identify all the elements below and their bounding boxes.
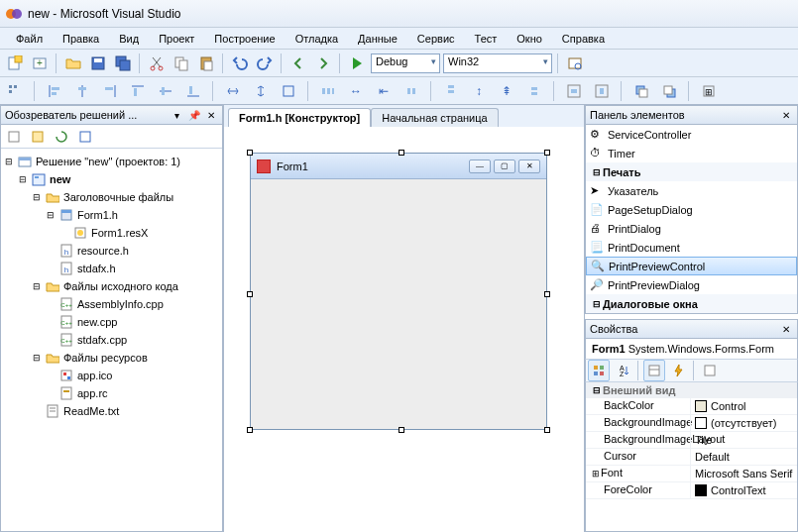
prop-category-appearance[interactable]: ⊟Внешний вид xyxy=(586,382,797,398)
toolbox-list[interactable]: ⚙ServiceController ⏱Timer ⊟Печать ➤Указа… xyxy=(585,125,798,314)
copy-button[interactable] xyxy=(171,53,192,74)
menu-data[interactable]: Данные xyxy=(350,30,405,48)
toolbox-item-printdialog[interactable]: 🖨PrintDialog xyxy=(586,219,797,238)
resource-h-node[interactable]: hresource.h xyxy=(3,242,220,260)
hspace-remove-button[interactable] xyxy=(400,80,422,102)
vspace-inc-button[interactable]: ↕ xyxy=(468,80,490,102)
vspace-dec-button[interactable]: ⇞ xyxy=(496,80,517,102)
align-center-button[interactable] xyxy=(71,80,93,102)
app-rc-node[interactable]: app.rc xyxy=(3,384,220,402)
menu-project[interactable]: Проект xyxy=(151,30,202,48)
form-resx-node[interactable]: Form1.resX xyxy=(3,224,220,242)
view-code-button[interactable] xyxy=(74,126,96,148)
project-node[interactable]: ⊟new xyxy=(3,170,220,188)
menu-build[interactable]: Построение xyxy=(206,30,283,48)
prop-row-bgimage[interactable]: BackgroundImage(отсутствует) xyxy=(586,415,797,432)
nav-fwd-button[interactable] xyxy=(312,53,334,74)
add-item-button[interactable]: + xyxy=(29,53,51,74)
menu-view[interactable]: Вид xyxy=(111,30,147,48)
find-button[interactable] xyxy=(564,53,586,74)
menu-tools[interactable]: Сервис xyxy=(409,30,463,48)
solution-node[interactable]: ⊟Решение "new" (проектов: 1) xyxy=(3,153,220,170)
solution-tree[interactable]: ⊟Решение "new" (проектов: 1) ⊟new ⊟Загол… xyxy=(1,149,222,424)
show-all-button[interactable] xyxy=(27,126,49,148)
menu-help[interactable]: Справка xyxy=(554,30,613,48)
vspace-equal-button[interactable] xyxy=(440,80,462,102)
prop-row-cursor[interactable]: CursorDefault xyxy=(586,449,797,466)
properties-object-selector[interactable]: Form1 System.Windows.Forms.Form xyxy=(585,339,798,359)
center-h-button[interactable] xyxy=(563,80,585,102)
properties-button[interactable] xyxy=(3,126,25,148)
menu-window[interactable]: Окно xyxy=(509,30,550,48)
bring-front-button[interactable] xyxy=(630,80,652,102)
toolbox-item-printdocument[interactable]: 📃PrintDocument xyxy=(586,238,797,257)
readme-node[interactable]: ReadMe.txt xyxy=(3,402,220,420)
toolbox-item-timer[interactable]: ⏱Timer xyxy=(586,144,797,162)
nav-back-button[interactable] xyxy=(287,53,309,74)
prop-row-font[interactable]: ⊞FontMicrosoft Sans Serif xyxy=(586,466,797,482)
close-icon[interactable]: ✕ xyxy=(203,108,218,123)
toolbox-item-printpreviewdialog[interactable]: 🔎PrintPreviewDialog xyxy=(586,275,797,294)
stdafx-h-node[interactable]: hstdafx.h xyxy=(3,260,220,277)
toolbox-item-printpreviewcontrol[interactable]: 🔍PrintPreviewControl xyxy=(586,257,797,275)
cut-button[interactable] xyxy=(146,53,168,74)
dropdown-icon[interactable]: ▾ xyxy=(170,108,184,123)
hspace-dec-button[interactable]: ⇤ xyxy=(373,80,395,102)
designed-form[interactable]: Form1 — ▢ ✕ xyxy=(250,153,547,430)
vspace-remove-button[interactable] xyxy=(523,80,545,102)
align-right-button[interactable] xyxy=(99,80,121,102)
close-icon[interactable]: ✕ xyxy=(778,108,793,123)
paste-button[interactable] xyxy=(195,53,217,74)
redo-button[interactable] xyxy=(254,53,276,74)
tab-order-button[interactable]: ⊞ xyxy=(698,80,720,102)
pin-icon[interactable]: 📌 xyxy=(186,108,201,123)
app-ico-node[interactable]: app.ico xyxy=(3,367,220,384)
open-button[interactable] xyxy=(62,53,84,74)
alphabetical-button[interactable]: AZ xyxy=(612,360,633,381)
config-combo[interactable]: Debug xyxy=(371,53,440,73)
tab-start-page[interactable]: Начальная страница xyxy=(371,108,498,127)
toolbox-category-dialogs[interactable]: ⊟Диалоговые окна xyxy=(586,294,797,313)
new-cpp-node[interactable]: C++new.cpp xyxy=(3,313,220,331)
refresh-button[interactable] xyxy=(51,126,72,148)
prop-row-backcolor[interactable]: BackColorControl xyxy=(586,398,797,415)
align-middle-button[interactable] xyxy=(155,80,176,102)
same-size-button[interactable] xyxy=(278,80,299,102)
form-h-node[interactable]: ⊟Form1.h xyxy=(3,206,220,224)
align-top-button[interactable] xyxy=(127,80,149,102)
platform-combo[interactable]: Win32 xyxy=(443,53,552,73)
toolbox-item-servicecontroller[interactable]: ⚙ServiceController xyxy=(586,125,797,144)
align-grid-button[interactable] xyxy=(4,80,26,102)
same-width-button[interactable] xyxy=(222,80,244,102)
source-folder[interactable]: ⊟Файлы исходного кода xyxy=(3,277,220,295)
menu-file[interactable]: Файл xyxy=(8,30,51,48)
properties-button[interactable] xyxy=(643,360,665,381)
align-left-button[interactable] xyxy=(44,80,65,102)
send-back-button[interactable] xyxy=(658,80,680,102)
prop-row-bglayout[interactable]: BackgroundImageLayoutTile xyxy=(586,432,797,449)
close-icon[interactable]: ✕ xyxy=(778,322,793,337)
tab-form-designer[interactable]: Form1.h [Конструктор] xyxy=(228,108,371,127)
same-height-button[interactable] xyxy=(250,80,272,102)
start-debug-button[interactable] xyxy=(346,53,368,74)
center-v-button[interactable] xyxy=(591,80,613,102)
undo-button[interactable] xyxy=(229,53,251,74)
save-all-button[interactable] xyxy=(112,53,134,74)
align-bottom-button[interactable] xyxy=(182,80,204,102)
menu-test[interactable]: Тест xyxy=(467,30,506,48)
resources-folder[interactable]: ⊟Файлы ресурсов xyxy=(3,349,220,367)
save-button[interactable] xyxy=(87,53,109,74)
toolbox-item-pointer[interactable]: ➤Указатель xyxy=(586,181,797,200)
toolbox-item-pagesetupdialog[interactable]: 📄PageSetupDialog xyxy=(586,200,797,219)
stdafx-cpp-node[interactable]: C++stdafx.cpp xyxy=(3,331,220,349)
events-button[interactable] xyxy=(667,360,689,381)
prop-row-forecolor[interactable]: ForeColorControlText xyxy=(586,482,797,499)
toolbox-category-print[interactable]: ⊟Печать xyxy=(586,162,797,181)
property-grid[interactable]: ⊟Внешний вид BackColorControl Background… xyxy=(585,382,798,532)
categorized-button[interactable] xyxy=(588,360,610,381)
property-pages-button[interactable] xyxy=(699,360,721,381)
assembly-cpp-node[interactable]: C++AssemblyInfo.cpp xyxy=(3,295,220,313)
hspace-equal-button[interactable] xyxy=(317,80,339,102)
new-project-button[interactable] xyxy=(4,53,26,74)
hspace-inc-button[interactable]: ↔ xyxy=(345,80,367,102)
